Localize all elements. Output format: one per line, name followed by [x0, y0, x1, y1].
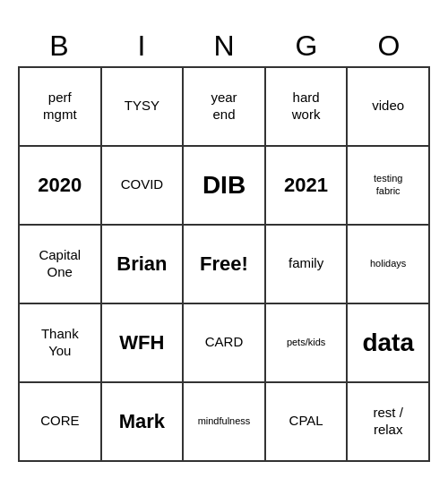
cell-r2-c4: holidays [348, 226, 430, 304]
bingo-grid: perfmgmtTYSYyearendhardworkvideo2020COVI… [18, 66, 430, 462]
cell-r1-c1: COVID [102, 147, 185, 226]
cell-r4-c4: rest /relax [348, 383, 430, 462]
cell-r4-c2: mindfulness [184, 383, 266, 462]
header-letter-B: B [18, 26, 100, 66]
cell-r0-c4: video [348, 68, 430, 147]
cell-r4-c0: CORE [20, 383, 102, 462]
header-letter-O: O [348, 26, 430, 66]
cell-r0-c2: yearend [184, 68, 266, 147]
cell-r0-c0: perfmgmt [20, 68, 102, 147]
cell-r4-c1: Mark [102, 383, 185, 462]
cell-r3-c2: CARD [184, 304, 266, 383]
header-letter-G: G [265, 26, 348, 66]
cell-r0-c1: TYSY [102, 68, 185, 147]
cell-r4-c3: CPAL [266, 383, 349, 462]
cell-r1-c4: testingfabric [348, 147, 430, 226]
cell-r2-c2: Free! [184, 226, 266, 304]
cell-r2-c1: Brian [102, 226, 185, 304]
cell-r3-c4: data [348, 304, 430, 383]
cell-r1-c3: 2021 [266, 147, 349, 226]
cell-r2-c0: CapitalOne [20, 226, 102, 304]
cell-r3-c3: pets/kids [266, 304, 349, 383]
cell-r2-c3: family [266, 226, 349, 304]
cell-r1-c2: DIB [184, 147, 266, 226]
cell-r3-c0: ThankYou [20, 304, 102, 383]
cell-r3-c1: WFH [102, 304, 185, 383]
bingo-header: BINGO [18, 26, 430, 66]
cell-r0-c3: hardwork [266, 68, 349, 147]
bingo-card: BINGO perfmgmtTYSYyearendhardworkvideo20… [18, 26, 430, 462]
header-letter-I: I [100, 26, 183, 66]
header-letter-N: N [183, 26, 265, 66]
cell-r1-c0: 2020 [20, 147, 102, 226]
